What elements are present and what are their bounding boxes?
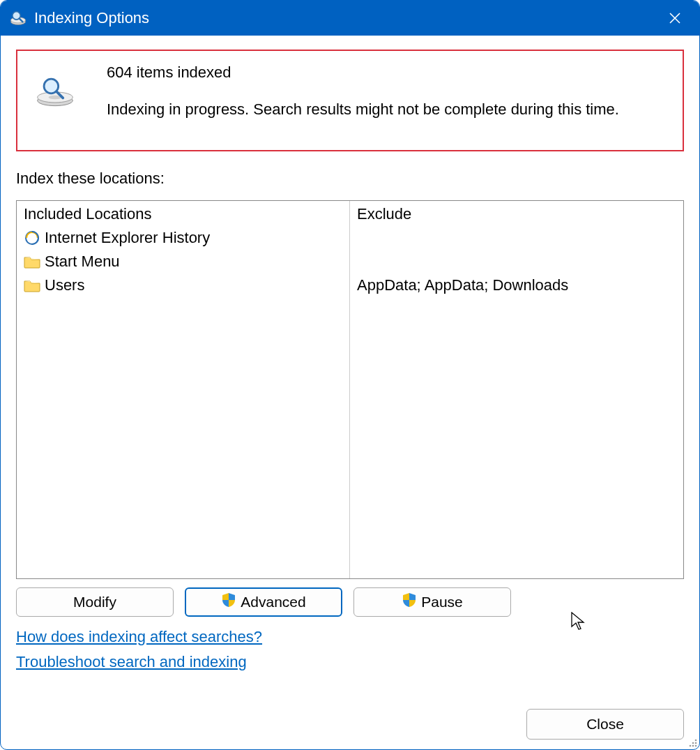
indexing-progress-text: Indexing in progress. Search results mig… bbox=[107, 99, 619, 121]
resize-grip-icon[interactable] bbox=[687, 737, 698, 748]
svg-point-13 bbox=[690, 745, 692, 747]
folder-icon bbox=[24, 254, 40, 269]
close-button[interactable]: Close bbox=[526, 709, 684, 740]
window-title: Indexing Options bbox=[34, 9, 149, 27]
included-header: Included Locations bbox=[24, 205, 342, 223]
troubleshoot-link[interactable]: Troubleshoot search and indexing bbox=[16, 653, 247, 671]
indexing-icon bbox=[9, 8, 27, 29]
exclude-cell: AppData; AppData; Downloads bbox=[357, 273, 676, 297]
advanced-button[interactable]: Advanced bbox=[185, 587, 342, 617]
shield-icon bbox=[221, 592, 236, 611]
shield-icon bbox=[402, 592, 417, 611]
items-indexed-text: 604 items indexed bbox=[107, 62, 619, 84]
exclude-cell bbox=[357, 226, 676, 250]
svg-point-15 bbox=[695, 745, 697, 747]
close-window-button[interactable] bbox=[659, 2, 691, 34]
pause-button[interactable]: Pause bbox=[353, 587, 511, 617]
titlebar: Indexing Options bbox=[1, 1, 699, 36]
ie-icon bbox=[24, 230, 40, 246]
modify-button[interactable]: Modify bbox=[16, 587, 174, 617]
indexing-options-window: Indexing Options 604 items indexed Index… bbox=[0, 0, 700, 750]
list-item[interactable]: Users bbox=[24, 273, 342, 297]
how-indexing-link[interactable]: How does indexing affect searches? bbox=[16, 628, 262, 646]
svg-point-11 bbox=[692, 742, 694, 744]
list-item[interactable]: Internet Explorer History bbox=[24, 226, 342, 250]
svg-point-12 bbox=[695, 742, 697, 744]
folder-icon bbox=[24, 278, 40, 293]
location-name: Users bbox=[45, 276, 84, 294]
exclude-header: Exclude bbox=[357, 205, 676, 223]
svg-point-10 bbox=[695, 740, 697, 742]
index-locations-label: Index these locations: bbox=[16, 170, 684, 188]
locations-list: Included Locations Internet Explorer His… bbox=[16, 200, 684, 579]
list-item[interactable]: Start Menu bbox=[24, 250, 342, 273]
location-name: Start Menu bbox=[45, 253, 120, 271]
status-panel: 604 items indexed Indexing in progress. … bbox=[16, 50, 684, 151]
exclude-cell bbox=[357, 250, 676, 273]
location-name: Internet Explorer History bbox=[45, 229, 210, 247]
disk-search-icon bbox=[27, 75, 83, 108]
svg-point-14 bbox=[692, 745, 694, 747]
